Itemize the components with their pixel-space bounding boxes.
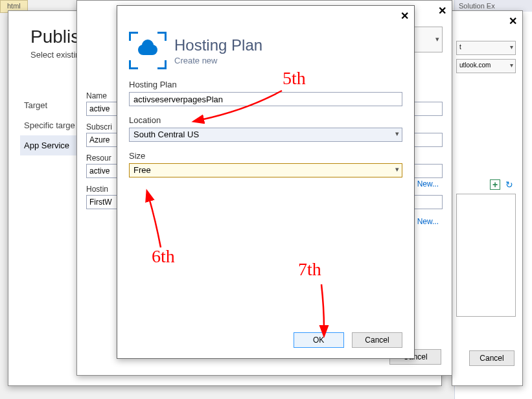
hosting-plan-name-input[interactable] [129, 92, 402, 106]
size-label: Size [129, 151, 402, 161]
nav-specific-target[interactable]: Specific targe [20, 115, 85, 135]
account-combo-fragment-top[interactable]: t [456, 41, 516, 55]
hosting-plan-name-label: Hosting Plan [129, 80, 402, 89]
resource-group-new-link[interactable]: New... [417, 179, 439, 188]
add-icon[interactable]: + [490, 179, 500, 190]
close-icon[interactable]: ✕ [509, 15, 517, 27]
location-value: South Central US [133, 130, 199, 139]
cancel-button[interactable]: Cancel [352, 332, 402, 348]
location-label: Location [129, 115, 402, 125]
location-select[interactable]: South Central US [129, 128, 402, 142]
account-combo-fragment-bottom[interactable]: utlook.com [456, 59, 516, 73]
hosting-plan-subtitle: Create new [174, 56, 262, 65]
close-icon[interactable]: ✕ [400, 10, 409, 22]
hosting-plan-dialog: ✕ Hosting Plan Create new Hosting Plan L… [117, 5, 415, 359]
size-select[interactable]: Free [129, 163, 402, 177]
background-dialog-right: ✕ t utlook.com + ↻ Cancel [452, 10, 523, 386]
cancel-button[interactable]: Cancel [469, 350, 515, 366]
refresh-icon[interactable]: ↻ [504, 179, 515, 190]
ok-button[interactable]: OK [294, 332, 344, 348]
hosting-plan-icon [129, 32, 167, 69]
close-icon[interactable]: ✕ [438, 5, 446, 17]
nav-target[interactable]: Target [20, 95, 85, 115]
hosting-plan-new-link[interactable]: New... [417, 217, 439, 226]
publish-nav: Target Specific targe App Service [20, 95, 85, 155]
hosting-plan-title: Hosting Plan [174, 36, 262, 54]
size-value: Free [133, 165, 151, 175]
services-listbox[interactable] [456, 194, 516, 317]
nav-app-service[interactable]: App Service [20, 135, 85, 155]
